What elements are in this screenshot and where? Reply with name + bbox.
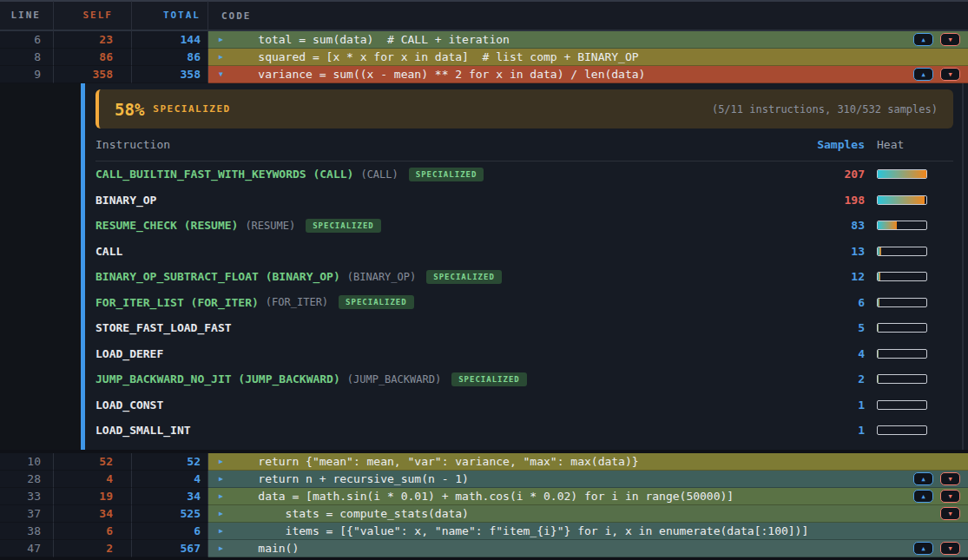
up-arrow-icon: ▲ [921, 476, 925, 483]
code-cell[interactable]: ▶ main() ▲ ▼ [208, 540, 968, 557]
instruction-samples: 12 [787, 270, 865, 283]
table-row: 28 4 4 ▶ return n + recursive_sum(n - 1)… [0, 471, 968, 488]
heat-cell [877, 272, 953, 281]
instruction-base-opcode: (JUMP_BACKWARD) [347, 373, 441, 385]
heat-bar-fill [878, 273, 880, 280]
expand-triangle-icon[interactable]: ▶ [219, 53, 231, 61]
total-samples: 144 [132, 31, 208, 49]
heat-cell [877, 400, 953, 410]
column-header-heat: Heat [877, 138, 953, 151]
row-buttons: ▼ [940, 507, 960, 520]
table-row: 33 19 34 ▶ data = [math.sin(i * 0.01) + … [0, 488, 968, 505]
expand-triangle-icon[interactable]: ▶ [219, 527, 231, 535]
total-samples: 86 [132, 49, 208, 66]
jump-down-button[interactable]: ▼ [940, 507, 960, 520]
code-cell[interactable]: ▶ data = [math.sin(i * 0.01) + math.cos(… [208, 488, 968, 505]
up-arrow-icon: ▲ [921, 545, 925, 552]
instruction-row: BINARY_OP_SUBTRACT_FLOAT (BINARY_OP) (BI… [95, 264, 953, 290]
code-cell[interactable]: ▶ items = [{"value": x, "name": f"item_{… [208, 523, 968, 540]
heat-bar-fill [878, 247, 881, 255]
jump-down-button[interactable]: ▼ [940, 472, 960, 485]
table-row: 47 2 567 ▶ main() ▲ ▼ [0, 540, 968, 557]
heat-cell [877, 221, 953, 230]
heat-bar [877, 425, 927, 435]
up-arrow-icon: ▲ [921, 493, 925, 500]
instruction-base-opcode: (CALL) [360, 168, 398, 181]
table-row: 10 52 52 ▶ return {"mean": mean, "var": … [0, 453, 968, 471]
instruction-name: CALL_BUILTIN_FAST_WITH_KEYWORDS (CALL) [95, 168, 353, 181]
source-code-text: return n + recursive_sum(n - 1) [231, 472, 469, 485]
heat-bar [877, 272, 927, 281]
expand-triangle-icon[interactable]: ▼ [219, 70, 231, 78]
line-number: 8 [0, 49, 54, 66]
instruction-samples: 5 [787, 321, 865, 334]
code-cell[interactable]: ▼ variance = sum((x - mean) ** 2 for x i… [208, 66, 968, 83]
jump-down-button[interactable]: ▼ [940, 542, 960, 555]
column-header-code: CODE [208, 10, 968, 22]
code-cell[interactable]: ▶ squared = [x * x for x in data] # list… [208, 49, 968, 66]
jump-up-button[interactable]: ▲ [913, 542, 933, 555]
specialized-badge: SPECIALIZED [409, 168, 484, 181]
instruction-name: BINARY_OP [95, 194, 156, 207]
jump-down-button[interactable]: ▼ [940, 68, 960, 81]
code-cell[interactable]: ▶ return n + recursive_sum(n - 1) ▲ ▼ [208, 471, 968, 488]
line-number: 37 [0, 505, 54, 523]
expand-triangle-icon[interactable]: ▶ [219, 475, 231, 483]
expand-triangle-icon[interactable]: ▶ [219, 510, 231, 517]
instruction-row: CALL_BUILTIN_FAST_WITH_KEYWORDS (CALL) (… [95, 161, 953, 188]
code-rows-below: 10 52 52 ▶ return {"mean": mean, "var": … [0, 453, 968, 557]
expand-triangle-icon[interactable]: ▶ [219, 544, 231, 552]
self-samples: 34 [54, 505, 132, 523]
expand-triangle-icon[interactable]: ▶ [219, 36, 231, 43]
up-arrow-icon: ▲ [921, 71, 925, 78]
down-arrow-icon: ▼ [948, 36, 952, 43]
source-code-text: data = [math.sin(i * 0.01) + math.cos(i … [231, 490, 734, 503]
heat-bar-fill [878, 324, 879, 332]
down-arrow-icon: ▼ [948, 511, 952, 517]
heat-cell [877, 425, 953, 435]
code-cell[interactable]: ▶ stats = compute_stats(data) ▼ [208, 505, 968, 523]
jump-up-button[interactable]: ▲ [913, 68, 933, 81]
self-samples: 19 [54, 488, 132, 505]
jump-down-button[interactable]: ▼ [940, 33, 960, 46]
total-samples: 6 [132, 523, 208, 540]
specialized-badge: SPECIALIZED [451, 372, 527, 386]
heat-bar [877, 221, 927, 230]
expand-triangle-icon[interactable]: ▶ [219, 492, 231, 500]
heat-bar [877, 247, 927, 256]
line-number: 33 [0, 488, 54, 505]
row-buttons: ▲ ▼ [913, 68, 960, 81]
down-arrow-icon: ▼ [948, 476, 952, 483]
self-samples: 4 [54, 471, 132, 488]
profiler-window: LINE SELF TOTAL CODE 6 23 144 ▶ total = … [0, 0, 968, 560]
jump-down-button[interactable]: ▼ [940, 490, 960, 503]
self-samples: 358 [54, 66, 132, 83]
instruction-samples: 13 [787, 245, 865, 258]
expanded-detail-panel: 58% SPECIALIZED (5/11 instructions, 310/… [0, 83, 968, 450]
instruction-row: LOAD_DEREF 4 [95, 341, 953, 367]
self-samples: 23 [54, 31, 132, 49]
expand-triangle-icon[interactable]: ▶ [219, 458, 231, 465]
heat-cell [877, 195, 953, 205]
instruction-row: LOAD_CONST 1 [95, 392, 953, 418]
self-samples: 52 [54, 453, 132, 471]
jump-up-button[interactable]: ▲ [913, 472, 933, 485]
heat-cell [877, 247, 953, 256]
total-samples: 525 [132, 505, 208, 523]
specialized-badge: SPECIALIZED [339, 295, 414, 309]
code-cell[interactable]: ▶ total = sum(data) # CALL + iteration ▲… [208, 31, 968, 49]
instruction-table-header: Instruction Samples Heat [95, 128, 953, 161]
code-cell[interactable]: ▶ return {"mean": mean, "var": variance,… [208, 453, 968, 471]
left-gutter [0, 83, 81, 450]
instruction-samples: 1 [787, 399, 865, 412]
instruction-samples: 6 [787, 296, 865, 309]
instruction-samples: 4 [787, 347, 865, 360]
row-buttons: ▲ ▼ [913, 542, 960, 555]
heat-cell [877, 374, 953, 384]
column-header-total: TOTAL [132, 1, 208, 30]
source-code-text: stats = compute_stats(data) [231, 507, 469, 520]
instruction-samples: 2 [787, 372, 865, 385]
row-buttons: ▲ ▼ [913, 33, 960, 46]
jump-up-button[interactable]: ▲ [913, 33, 933, 46]
jump-up-button[interactable]: ▲ [913, 490, 933, 503]
